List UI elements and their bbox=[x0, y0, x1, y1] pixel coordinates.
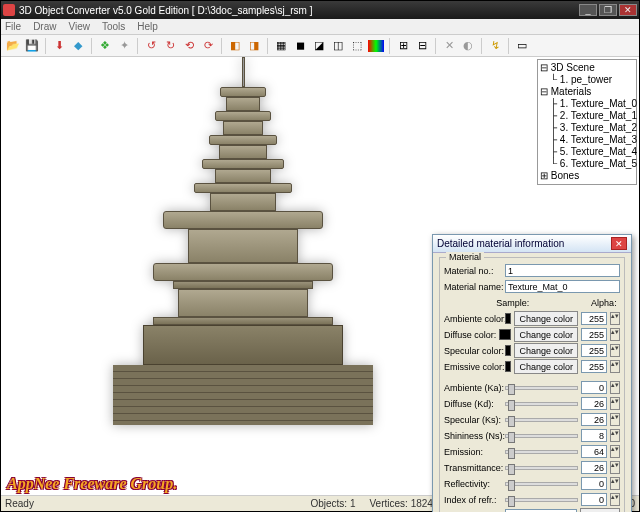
tree-scene[interactable]: 3D Scene bbox=[551, 62, 595, 73]
scene-tree[interactable]: ⊟ 3D Scene └ 1. pe_tower ⊟ Materials ├ 1… bbox=[537, 59, 637, 185]
color-swatch bbox=[499, 329, 511, 340]
spin-icon[interactable]: ▴▾ bbox=[610, 312, 620, 325]
tree-model[interactable]: pe_tower bbox=[571, 74, 612, 85]
slider-label: Transmittance: bbox=[444, 463, 502, 473]
alpha-input[interactable] bbox=[581, 360, 607, 373]
cube-icon[interactable]: ◫ bbox=[330, 38, 346, 54]
rotate-icon[interactable]: ↺ bbox=[143, 38, 159, 54]
menu-help[interactable]: Help bbox=[137, 21, 158, 32]
hdr-sample: Sample: bbox=[496, 298, 529, 308]
menu-draw[interactable]: Draw bbox=[33, 21, 56, 32]
slider-value[interactable] bbox=[581, 461, 607, 474]
tree-bones[interactable]: Bones bbox=[551, 170, 579, 181]
tool-icon[interactable]: ⊟ bbox=[414, 38, 430, 54]
tool-icon[interactable]: ◆ bbox=[70, 38, 86, 54]
tool-icon[interactable]: ⬇ bbox=[51, 38, 67, 54]
spin-icon[interactable]: ▴▾ bbox=[610, 413, 620, 426]
tool-icon[interactable]: ◐ bbox=[460, 38, 476, 54]
slider[interactable] bbox=[505, 418, 578, 422]
matname-input[interactable] bbox=[505, 280, 620, 293]
matno-input[interactable] bbox=[505, 264, 620, 277]
cube-icon[interactable]: ⬚ bbox=[349, 38, 365, 54]
color-label: Ambiente color: bbox=[444, 314, 502, 324]
tree-mat[interactable]: Texture_Mat_3 bbox=[571, 134, 637, 145]
spin-icon[interactable]: ▴▾ bbox=[610, 477, 620, 490]
slider-label: Diffuse (Kd): bbox=[444, 399, 502, 409]
close-button[interactable]: ✕ bbox=[619, 4, 637, 16]
spin-icon[interactable]: ▴▾ bbox=[610, 397, 620, 410]
rotate-icon[interactable]: ↻ bbox=[162, 38, 178, 54]
tool-icon[interactable]: ◨ bbox=[246, 38, 262, 54]
rotate-icon[interactable]: ⟲ bbox=[181, 38, 197, 54]
slider-value[interactable] bbox=[581, 429, 607, 442]
spin-icon[interactable]: ▴▾ bbox=[610, 493, 620, 506]
alpha-input[interactable] bbox=[581, 328, 607, 341]
slider-value[interactable] bbox=[581, 397, 607, 410]
spin-icon[interactable]: ▴▾ bbox=[610, 445, 620, 458]
slider-value[interactable] bbox=[581, 445, 607, 458]
tool-icon[interactable]: ◧ bbox=[227, 38, 243, 54]
tree-mat[interactable]: Texture_Mat_0 bbox=[571, 98, 637, 109]
tool-icon[interactable]: ↯ bbox=[487, 38, 503, 54]
alpha-input[interactable] bbox=[581, 312, 607, 325]
dialog-title: Detailed material information bbox=[437, 238, 564, 249]
app-icon bbox=[3, 4, 15, 16]
tool-icon[interactable]: ✦ bbox=[116, 38, 132, 54]
menu-view[interactable]: View bbox=[68, 21, 90, 32]
tree-mat[interactable]: Texture_Mat_5 bbox=[571, 158, 637, 169]
spin-icon[interactable]: ▴▾ bbox=[610, 328, 620, 341]
slider-value[interactable] bbox=[581, 477, 607, 490]
menu-file[interactable]: File bbox=[5, 21, 21, 32]
tree-mat[interactable]: Texture_Mat_4 bbox=[571, 146, 637, 157]
save-icon[interactable]: 💾 bbox=[24, 38, 40, 54]
toolbar: 📂 💾 ⬇ ◆ ❖ ✦ ↺ ↻ ⟲ ⟳ ◧ ◨ ▦ ◼ ◪ ◫ ⬚ ⊞ ⊟ ✕ … bbox=[1, 35, 639, 57]
browse-button[interactable]: Browse bbox=[580, 508, 620, 512]
shade-icon[interactable]: ◪ bbox=[311, 38, 327, 54]
change-color-button[interactable]: Change color bbox=[514, 359, 578, 374]
slider-value[interactable] bbox=[581, 381, 607, 394]
menu-tools[interactable]: Tools bbox=[102, 21, 125, 32]
slider-label: Ambiente (Ka): bbox=[444, 383, 502, 393]
maximize-button[interactable]: ❐ bbox=[599, 4, 617, 16]
change-color-button[interactable]: Change color bbox=[514, 327, 578, 342]
tool-icon[interactable]: ✕ bbox=[441, 38, 457, 54]
window-title: 3D Object Converter v5.0 Gold Edition [ … bbox=[19, 5, 579, 16]
slider[interactable] bbox=[505, 466, 578, 470]
tool-icon[interactable]: ❖ bbox=[97, 38, 113, 54]
spin-icon[interactable]: ▴▾ bbox=[610, 429, 620, 442]
color-icon[interactable] bbox=[368, 40, 384, 52]
change-color-button[interactable]: Change color bbox=[514, 343, 578, 358]
slider-label: Index of refr.: bbox=[444, 495, 502, 505]
spin-icon[interactable]: ▴▾ bbox=[610, 461, 620, 474]
slider-value[interactable] bbox=[581, 493, 607, 506]
tree-mat[interactable]: Texture_Mat_2 bbox=[571, 122, 637, 133]
dialog-close-button[interactable]: ✕ bbox=[611, 237, 627, 250]
slider[interactable] bbox=[505, 498, 578, 502]
slider[interactable] bbox=[505, 482, 578, 486]
slider[interactable] bbox=[505, 434, 578, 438]
tree-mat[interactable]: Texture_Mat_1 bbox=[571, 110, 637, 121]
watermark: AppNee Freeware Group. bbox=[7, 475, 177, 493]
slider[interactable] bbox=[505, 402, 578, 406]
status-objects: Objects: 1 bbox=[310, 498, 355, 509]
change-color-button[interactable]: Change color bbox=[514, 311, 578, 326]
color-swatch bbox=[505, 345, 511, 356]
slider[interactable] bbox=[505, 386, 578, 390]
open-icon[interactable]: 📂 bbox=[5, 38, 21, 54]
spin-icon[interactable]: ▴▾ bbox=[610, 360, 620, 373]
tree-materials[interactable]: Materials bbox=[551, 86, 592, 97]
slider-value[interactable] bbox=[581, 413, 607, 426]
rotate-icon[interactable]: ⟳ bbox=[200, 38, 216, 54]
spin-icon[interactable]: ▴▾ bbox=[610, 344, 620, 357]
slider[interactable] bbox=[505, 450, 578, 454]
wireframe-icon[interactable]: ▦ bbox=[273, 38, 289, 54]
tool-icon[interactable]: ⊞ bbox=[395, 38, 411, 54]
solid-icon[interactable]: ◼ bbox=[292, 38, 308, 54]
minimize-button[interactable]: _ bbox=[579, 4, 597, 16]
spin-icon[interactable]: ▴▾ bbox=[610, 381, 620, 394]
alpha-input[interactable] bbox=[581, 344, 607, 357]
slider-label: Shininess (Ns): bbox=[444, 431, 502, 441]
tool-icon[interactable]: ▭ bbox=[514, 38, 530, 54]
model-pagoda bbox=[113, 57, 373, 477]
color-swatch bbox=[505, 361, 511, 372]
